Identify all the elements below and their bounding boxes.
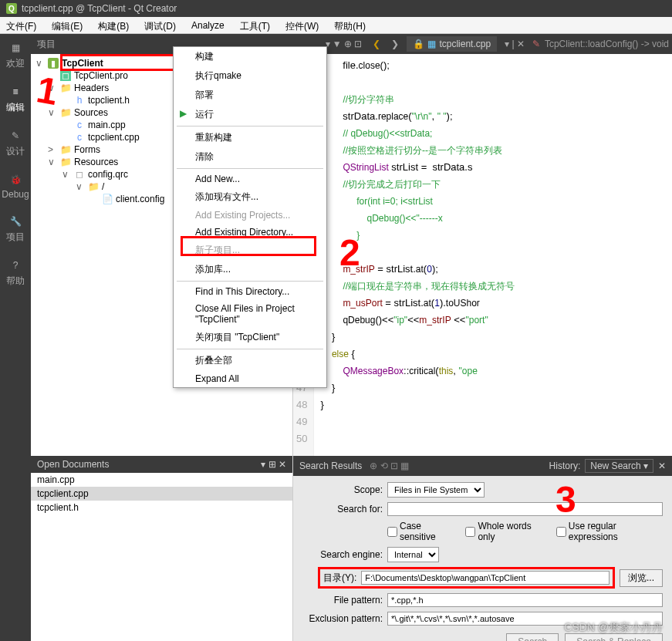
menu-item[interactable]: 文件(F) — [3, 19, 39, 32]
search-button[interactable]: Search — [506, 633, 559, 641]
context-menu-item[interactable]: Add Existing Directory... — [174, 224, 326, 241]
tree-label: Sources — [74, 107, 108, 118]
dir-input[interactable] — [361, 571, 610, 585]
open-docs-list: main.cpptcpclient.cpptcpclient.h — [31, 473, 292, 641]
open-docs-header: Open Documents ▾ ⊞ ✕ — [31, 456, 292, 473]
engine-select[interactable]: Internal — [387, 547, 439, 562]
prefix-icon: 📁 — [88, 181, 99, 192]
open-documents-panel: Open Documents ▾ ⊞ ✕ main.cpptcpclient.c… — [31, 456, 293, 641]
history-select[interactable]: New Search ▾ — [585, 459, 653, 473]
context-menu-item[interactable]: 重新构建 — [174, 128, 326, 147]
scope-select[interactable]: Files in File System — [387, 482, 485, 498]
sidebar-item-grid[interactable]: ▦欢迎 — [6, 40, 25, 70]
nav-back-icon[interactable]: ❮ — [370, 39, 383, 49]
context-menu-item[interactable]: Add New... — [174, 170, 326, 187]
search-for-input[interactable] — [387, 502, 663, 516]
dir-label: 目录(Y): — [323, 572, 356, 585]
context-menu-item[interactable]: Expand All — [174, 370, 326, 387]
context-menu-item[interactable]: Close All Files in Project "TcpClient" — [174, 300, 326, 328]
bug-icon: 🐞 — [8, 172, 23, 187]
filter-icon[interactable]: ▾ ▼ ⊕ ⊡ — [322, 39, 366, 49]
sidebar-item-project[interactable]: 🔧项目 — [6, 214, 25, 244]
gear-icon[interactable]: ✎ — [532, 39, 540, 49]
tree-label: TcpClient.pro — [74, 70, 128, 81]
sidebar-item-design[interactable]: ✎设计 — [6, 128, 25, 158]
context-menu-item[interactable]: 执行qmake — [174, 66, 326, 86]
tree-label: main.cpp — [88, 120, 126, 130]
editor-toolbar: 项目 ▾ ▼ ⊕ ⊡ ❮ ❯ 🔒 ▦ tcpclient.cpp ▾ | ✕ ✎… — [31, 34, 672, 54]
context-menu-item[interactable]: 关闭项目 "TcpClient" — [174, 328, 326, 347]
open-doc-item[interactable]: main.cpp — [31, 473, 292, 487]
menu-item[interactable]: 编辑(E) — [49, 19, 86, 32]
menu-item[interactable]: 控件(W) — [282, 19, 322, 32]
tree-label: tcpclient.cpp — [88, 132, 140, 143]
sidebar-label: 帮助 — [6, 275, 25, 288]
tree-label: config.qrc — [88, 169, 128, 180]
sidebar-item-edit[interactable]: ≡编辑 — [6, 84, 25, 114]
browse-button[interactable]: 浏览... — [620, 569, 663, 587]
h-icon: h — [74, 95, 85, 106]
tree-label: tcpclient.h — [88, 95, 130, 106]
open-doc-item[interactable]: tcpclient.h — [31, 501, 292, 514]
qrc-icon: ◻ — [74, 169, 85, 180]
tree-label: Forms — [74, 144, 100, 155]
context-menu-item[interactable]: 构建 — [174, 47, 326, 66]
code-editor[interactable]: 44454647484950 file.close(); //切分字符串 str… — [293, 54, 672, 456]
lock-icon: 🔒 — [413, 39, 424, 49]
edit-icon: ≡ — [8, 84, 23, 100]
qt-icon: Q — [6, 3, 17, 14]
context-menu-item[interactable]: 部署 — [174, 86, 326, 105]
use-regex-check[interactable]: Use regular expressions — [556, 521, 663, 542]
context-menu-item[interactable]: ▶运行 — [174, 105, 326, 124]
nav-fwd-icon[interactable]: ❯ — [388, 39, 402, 49]
panel-controls[interactable]: ▾ ⊞ ✕ — [261, 459, 286, 470]
cpp-icon: c — [74, 132, 85, 143]
folder-icon: 📁 — [60, 107, 71, 118]
breadcrumb[interactable]: TcpClient::loadConfig() -> void — [545, 39, 669, 49]
whole-words-check[interactable]: Whole words only — [465, 521, 546, 542]
tree-label: client.config — [116, 194, 164, 204]
search-title: Search Results — [299, 461, 362, 471]
open-doc-item[interactable]: tcpclient.cpp — [31, 487, 292, 501]
tree-label: Headers — [74, 83, 109, 93]
title-bar: Q tcpclient.cpp @ TcpClient - Qt Creator — [0, 0, 672, 17]
editor-tab[interactable]: 🔒 ▦ tcpclient.cpp — [407, 36, 497, 52]
engine-label: Search engine: — [302, 549, 383, 560]
context-menu-item[interactable]: 折叠全部 — [174, 351, 326, 370]
sidebar-label: 设计 — [6, 145, 25, 158]
case-sensitive-check[interactable]: Case sensitive — [387, 521, 456, 542]
menu-separator — [177, 126, 323, 127]
menu-item[interactable]: 帮助(H) — [331, 19, 369, 32]
tree-label: Resources — [74, 157, 118, 167]
history-label: History: — [549, 461, 581, 471]
sidebar-label: 欢迎 — [6, 57, 25, 70]
context-menu-item[interactable]: Find in This Directory... — [174, 283, 326, 300]
search-header-icons[interactable]: ⊕ ⟲ ⊡ ▦ — [370, 461, 409, 471]
search-header: Search Results ⊕ ⟲ ⊡ ▦ History: New Sear… — [293, 456, 672, 476]
mode-sidebar: ▦欢迎≡编辑✎设计🐞Debug🔧项目?帮助 — [0, 34, 31, 641]
tab-close-icon[interactable]: ▾ | ✕ — [501, 39, 528, 49]
menu-separator — [177, 168, 323, 169]
project-label: 项目 — [37, 38, 56, 51]
code-area[interactable]: file.close(); //切分字符串 strData.replace("\… — [314, 54, 521, 456]
menu-item[interactable]: 工具(T) — [237, 19, 273, 32]
open-docs-title: Open Documents — [37, 459, 109, 470]
menu-item[interactable]: 构建(B) — [95, 19, 132, 32]
context-menu: 构建执行qmake部署▶运行重新构建清除Add New...添加现有文件...A… — [173, 46, 327, 388]
watermark: CSDN @樊家小丹丹 — [564, 621, 663, 635]
menu-item[interactable]: Analyze — [188, 19, 228, 32]
project-icon: 🔧 — [8, 214, 23, 229]
exclusion-label: Exclusion pattern: — [302, 613, 383, 624]
pattern-input[interactable] — [387, 593, 663, 607]
context-menu-item[interactable]: 清除 — [174, 147, 326, 167]
sidebar-item-bug[interactable]: 🐞Debug — [2, 172, 29, 200]
context-menu-item[interactable]: 添加库... — [174, 260, 326, 279]
context-menu-item[interactable]: 添加现有文件... — [174, 187, 326, 207]
context-menu-item: 新子项目... — [174, 241, 326, 260]
close-icon[interactable]: ✕ — [658, 461, 666, 471]
grid-icon: ▦ — [8, 40, 23, 56]
menu-item[interactable]: 调试(D) — [141, 19, 179, 32]
tree-label: / — [102, 181, 104, 192]
sidebar-item-help[interactable]: ?帮助 — [6, 258, 25, 288]
window-title: tcpclient.cpp @ TcpClient - Qt Creator — [22, 3, 177, 14]
